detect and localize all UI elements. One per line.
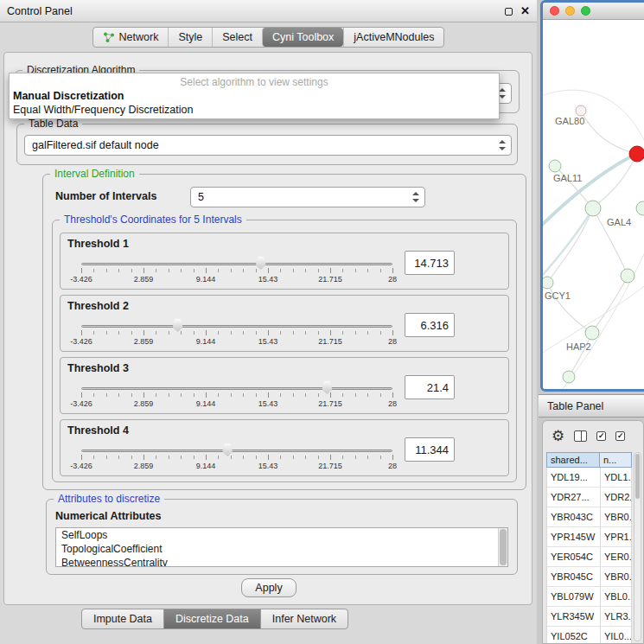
threshold-slider[interactable]: -3.4262.8599.14415.4321.71528 <box>76 379 398 413</box>
network-node-green[interactable] <box>585 326 599 340</box>
threshold-slider[interactable]: -3.4262.8599.14415.4321.71528 <box>76 316 398 351</box>
combo-spinner-icon[interactable] <box>499 88 506 99</box>
network-node-green[interactable] <box>543 277 553 289</box>
slider-scale-label: 9.144 <box>196 462 216 470</box>
gear-icon[interactable]: ⚙ <box>552 429 564 443</box>
cell-name: YBR0... <box>601 507 631 526</box>
network-node-label: GCY1 <box>545 290 571 301</box>
attribute-list-item[interactable]: BetweennessCentrality <box>56 556 507 567</box>
network-node-label: GAL4 <box>607 217 631 227</box>
tab-select[interactable]: Select <box>212 28 262 47</box>
table-data-combo[interactable]: galFiltered.sif default node <box>24 135 512 156</box>
network-canvas[interactable]: GAL80GAL11GAL4GCY1HAP2 <box>543 21 644 389</box>
network-window-titlebar <box>543 3 644 20</box>
column-header-1[interactable]: shared... <box>546 452 600 468</box>
cell-shared-name: YER054C <box>547 547 601 566</box>
table-row[interactable]: YDR27...YDR2... <box>547 488 631 507</box>
control-panel-window: Control Panel ✕ NetworkStyleSelectCyni T… <box>0 0 537 644</box>
select-rows-checkbox-icon[interactable]: ✓ <box>615 431 625 441</box>
table-row[interactable]: YPR145WYPR1... <box>547 527 631 547</box>
slider-track[interactable] <box>81 325 392 328</box>
table-row[interactable]: YBR045CYBR0... <box>547 567 631 587</box>
slider-scale-label: 28 <box>388 462 397 470</box>
slider-track[interactable] <box>81 450 392 452</box>
network-node-red[interactable] <box>629 146 644 162</box>
table-data-group-title: Table Data <box>24 118 82 131</box>
bottom-tabbar: Impute DataDiscretize DataInfer Network <box>81 609 348 629</box>
close-window-icon[interactable]: ✕ <box>520 0 530 22</box>
slider-track[interactable] <box>81 263 392 265</box>
tab-cyni-toolbox[interactable]: Cyni Toolbox <box>262 28 343 47</box>
slider-scale-label: 28 <box>388 337 397 346</box>
attributes-list-scrollbar[interactable] <box>498 528 507 566</box>
threshold-slider[interactable]: -3.4262.8599.14415.4321.71528 <box>76 254 398 289</box>
network-node-label: GAL11 <box>553 173 582 183</box>
minimize-traffic-light-icon[interactable] <box>565 6 575 16</box>
slider-track[interactable] <box>81 387 392 390</box>
network-edge <box>543 208 593 284</box>
bottom-tab-infer-network[interactable]: Infer Network <box>260 609 348 629</box>
float-window-icon[interactable] <box>505 8 513 16</box>
dropdown-option-manual-discretization[interactable]: Manual Discretization <box>10 89 499 103</box>
cell-name: YLR3... <box>601 607 631 626</box>
network-tab-icon <box>103 31 115 43</box>
threshold-value-field[interactable]: 14.713 <box>405 251 455 275</box>
table-panel-window: ⚙ ✓ ✓ shared...n... YDL19...YDL1...YDR27… <box>542 420 644 644</box>
network-node-green[interactable] <box>621 269 634 283</box>
apply-button[interactable]: Apply <box>241 578 296 597</box>
threshold-slider[interactable]: -3.4262.8599.14415.4321.71528 <box>76 441 398 475</box>
network-node-pink[interactable] <box>576 105 586 116</box>
tab-label: Style <box>178 31 202 43</box>
network-node-green[interactable] <box>549 160 561 172</box>
network-node-green[interactable] <box>585 201 601 216</box>
bottom-tab-discretize-data[interactable]: Discretize Data <box>163 609 261 629</box>
number-of-intervals-combo[interactable]: 5 <box>190 187 425 207</box>
column-header-2[interactable]: n... <box>600 452 632 468</box>
attribute-list-item[interactable]: SelfLoops <box>56 528 507 542</box>
zoom-traffic-light-icon[interactable] <box>581 6 590 16</box>
combo-spinner-icon[interactable] <box>499 140 506 150</box>
slider-thumb[interactable] <box>172 318 183 332</box>
table-row[interactable]: YBR043CYBR0... <box>547 507 631 527</box>
attributes-to-discretize-group: Attributes to discretize Numerical Attri… <box>46 499 518 575</box>
threshold-value-field[interactable]: 11.344 <box>405 437 455 462</box>
select-columns-checkbox-icon[interactable]: ✓ <box>596 431 606 441</box>
network-node-green[interactable] <box>563 371 575 383</box>
combo-spinner-icon[interactable] <box>412 192 419 202</box>
tab-label: jActiveMNodules <box>354 31 434 43</box>
numerical-attributes-list[interactable]: SelfLoopsTopologicalCoefficientBetweenne… <box>55 527 508 567</box>
table-row[interactable]: YDL19...YDL1... <box>547 468 631 488</box>
columns-icon[interactable] <box>574 430 587 442</box>
interval-definition-group: Interval Definition Number of Intervals … <box>42 174 526 490</box>
slider-scale-label: -3.426 <box>70 275 92 284</box>
scrollbar-thumb[interactable] <box>635 454 640 499</box>
bottom-tab-impute-data[interactable]: Impute Data <box>81 609 164 629</box>
cell-name: YDR2... <box>601 488 631 507</box>
close-traffic-light-icon[interactable] <box>550 6 559 16</box>
slider-thumb[interactable] <box>222 443 233 456</box>
table-panel-title: Table Panel <box>547 395 603 418</box>
tab-network[interactable]: Network <box>93 28 169 47</box>
table-row[interactable]: YER054CYER0... <box>547 547 631 567</box>
slider-scale-label: 2.859 <box>134 275 154 284</box>
threshold-value-field[interactable]: 6.316 <box>405 313 455 337</box>
slider-thumb[interactable] <box>255 256 266 270</box>
table-row[interactable]: YIL052CYIL0... <box>547 627 631 643</box>
dropdown-placeholder-option[interactable]: Select algorithm to view settings <box>10 75 499 89</box>
dropdown-option-equal-width[interactable]: Equal Width/Frequency Discretization <box>10 103 499 117</box>
scrollbar-thumb[interactable] <box>500 529 507 565</box>
table-row[interactable]: YLR345WYLR3... <box>547 607 631 627</box>
slider-scale-label: 21.715 <box>318 275 342 284</box>
control-panel-body: Discretization Algorithm Table Data galF… <box>3 52 532 605</box>
attribute-list-item[interactable]: TopologicalCoefficient <box>56 542 507 556</box>
threshold-value-field[interactable]: 21.4 <box>405 375 455 399</box>
slider-scale-label: 2.859 <box>134 462 154 470</box>
tab-style[interactable]: Style <box>168 28 212 47</box>
table-row[interactable]: YBL079WYBL0... <box>547 587 631 607</box>
tab-jactivemnodules[interactable]: jActiveMNodules <box>343 28 443 47</box>
network-node-green[interactable] <box>636 201 644 215</box>
slider-scale-label: 9.144 <box>196 275 216 284</box>
table-scrollbar[interactable] <box>634 452 641 641</box>
table-panel-toolbar: ⚙ ✓ ✓ <box>543 421 643 450</box>
slider-scale-label: 15.43 <box>258 275 278 284</box>
